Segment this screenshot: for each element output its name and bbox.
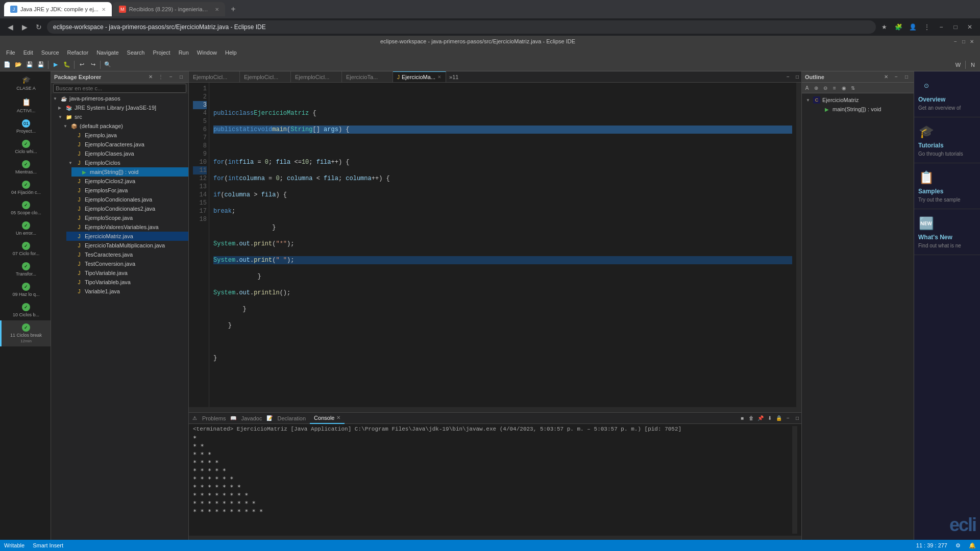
pe-ejerciciotabla[interactable]: J EjercicioTablaMultiplicacion.java bbox=[66, 241, 188, 250]
editor-tab-3[interactable]: EjemploCicl... bbox=[291, 71, 342, 83]
bookmark-icon[interactable]: ★ bbox=[878, 21, 890, 33]
tab-declaration[interactable]: Declaration bbox=[273, 413, 310, 424]
editor-maximize-btn[interactable]: □ bbox=[793, 73, 801, 81]
titlebar-maximize[interactable]: □ bbox=[960, 37, 968, 45]
welcome-item-tutorials[interactable]: 🎓 Tutorials Go through tutorials bbox=[914, 117, 980, 163]
search-icon-toolbar[interactable]: 🔍 bbox=[103, 60, 113, 70]
outline-maximize-btn[interactable]: □ bbox=[902, 73, 911, 81]
pe-tipovariableb[interactable]: J TipoVariableb.java bbox=[66, 278, 188, 287]
pe-default-pkg[interactable]: ▼ 📦 (default package) bbox=[61, 121, 188, 131]
outline-btn3[interactable]: ⊖ bbox=[821, 84, 829, 92]
tab-console-close[interactable]: ✕ bbox=[336, 415, 340, 420]
outline-close-btn[interactable]: ✕ bbox=[882, 73, 890, 81]
welcome-item-samples[interactable]: 📋 Samples Try out the sample bbox=[914, 163, 980, 209]
outline-main[interactable]: ▶ main(String[]) : void bbox=[814, 105, 912, 114]
tab2-close[interactable]: ✕ bbox=[215, 7, 219, 12]
bottom-minimize-btn[interactable]: − bbox=[784, 414, 792, 422]
pe-ejerciciomatriz[interactable]: J EjercicioMatriz.java bbox=[66, 232, 188, 241]
pe-search-input[interactable] bbox=[53, 84, 186, 93]
menu-navigate[interactable]: Navigate bbox=[92, 48, 122, 57]
code-content[interactable]: public class EjercicioMatriz { public st… bbox=[209, 83, 796, 407]
menu-run[interactable]: Run bbox=[175, 48, 193, 57]
menu-source[interactable]: Source bbox=[37, 48, 63, 57]
pe-maximize-btn[interactable]: □ bbox=[177, 73, 185, 81]
welcome-item-overview[interactable]: ⊙ Overview Get an overview of bbox=[914, 71, 980, 117]
editor-tab-2[interactable]: EjemploCicl... bbox=[240, 71, 291, 83]
outline-btn2[interactable]: ⊕ bbox=[812, 84, 820, 92]
pe-ejemplocaracteres[interactable]: J EjemploCaracteres.java bbox=[66, 140, 188, 149]
browser-tab-2[interactable]: M Recibidos (8.229) - ingenieria@gr... ✕ bbox=[113, 2, 225, 16]
pe-root[interactable]: ▼ ☕ java-primeros-pasos bbox=[51, 94, 188, 103]
editor-tab-overflow[interactable]: »11 bbox=[446, 74, 461, 80]
outline-btn5[interactable]: ◉ bbox=[840, 84, 848, 92]
console-clear-btn[interactable]: 🗑 bbox=[747, 414, 755, 422]
pe-main-method[interactable]: ▶ main(String[]) : void bbox=[71, 167, 188, 177]
tab1-close[interactable]: ✕ bbox=[102, 7, 106, 12]
status-notifications-icon[interactable]: 🔔 bbox=[969, 542, 976, 549]
et5-close[interactable]: ✕ bbox=[437, 74, 442, 80]
pe-minimize-btn[interactable]: − bbox=[167, 73, 175, 81]
pe-ejemplocondicionales[interactable]: J EjemploCondicionales.java bbox=[66, 195, 188, 204]
pe-variable1[interactable]: J Variable1.java bbox=[66, 287, 188, 296]
pe-jre[interactable]: ▶ 📚 JRE System Library [JavaSE-19] bbox=[56, 103, 188, 112]
profile-icon[interactable]: 👤 bbox=[906, 21, 919, 33]
editor-tab-4[interactable]: EjercicioTa... bbox=[342, 71, 393, 83]
pe-ejemplocondicionales2[interactable]: J EjemploCondicionales2.java bbox=[66, 204, 188, 213]
welcome-item-whats-new[interactable]: 🆕 What's New Find out what is ne bbox=[914, 209, 980, 255]
console-terminate-btn[interactable]: ■ bbox=[738, 414, 746, 422]
menu-icon[interactable]: ⋮ bbox=[921, 21, 933, 33]
new-tab-button[interactable]: + bbox=[226, 2, 240, 16]
console-pin-btn[interactable]: 📌 bbox=[756, 414, 765, 422]
tab-problems[interactable]: Problems bbox=[198, 413, 230, 424]
console-scrollbar-h[interactable] bbox=[189, 536, 801, 540]
activity-item-activi[interactable]: 📋 ACTIVI... bbox=[0, 94, 51, 116]
activity-item-2[interactable]: ✓ Ciclo whi... bbox=[0, 137, 51, 157]
toolbar-debug-btn[interactable]: 🐛 bbox=[62, 60, 72, 70]
bottom-maximize-btn[interactable]: □ bbox=[793, 414, 801, 422]
toolbar-perspective-btn[interactable]: W bbox=[953, 60, 963, 70]
pe-menu-btn[interactable]: ⋮ bbox=[157, 73, 165, 81]
activity-item-9[interactable]: ✓ 09 Haz lo q... bbox=[0, 280, 51, 300]
activity-item-6[interactable]: ✓ Un error... bbox=[0, 218, 51, 239]
toolbar-open-btn[interactable]: 📂 bbox=[13, 60, 23, 70]
pe-ejemplosfor[interactable]: J EjemplosFor.java bbox=[66, 186, 188, 195]
outline-btn4[interactable]: ≡ bbox=[830, 84, 839, 92]
pe-testconversion[interactable]: J TestConversion.java bbox=[66, 259, 188, 268]
menu-edit[interactable]: Edit bbox=[19, 48, 37, 57]
pe-src[interactable]: ▼ 📁 src bbox=[56, 112, 188, 121]
pe-ejemplociclos2[interactable]: J EjemploCiclos2.java bbox=[66, 177, 188, 186]
pe-ejemploscope[interactable]: J EjemploScope.java bbox=[66, 213, 188, 222]
pe-ejemplociclos[interactable]: ▼ J EjemploCiclos bbox=[66, 158, 188, 167]
menu-file[interactable]: File bbox=[2, 48, 19, 57]
toolbar-save-btn[interactable]: 💾 bbox=[24, 60, 35, 70]
address-bar[interactable] bbox=[47, 20, 876, 34]
toolbar-new-btn[interactable]: 📄 bbox=[2, 60, 12, 70]
menu-help[interactable]: Help bbox=[221, 48, 241, 57]
toolbar-perspectives-btn[interactable]: N bbox=[968, 60, 978, 70]
reload-button[interactable]: ↻ bbox=[33, 21, 45, 33]
status-settings-icon[interactable]: ⚙ bbox=[955, 542, 961, 549]
console-scroll-end-btn[interactable]: ⬇ bbox=[766, 414, 774, 422]
pe-tescaracteres[interactable]: J TesCaracteres.java bbox=[66, 250, 188, 259]
activity-item-4[interactable]: ✓ 04 Fijación c... bbox=[0, 178, 51, 198]
pe-close-btn[interactable]: ✕ bbox=[146, 73, 155, 81]
activity-item-7[interactable]: ✓ 07 Ciclo for... bbox=[0, 239, 51, 259]
editor-tab-5[interactable]: J EjercicioMa... ✕ bbox=[393, 71, 446, 83]
forward-button[interactable]: ▶ bbox=[18, 21, 31, 33]
activity-item-3[interactable]: ✓ Mientras... bbox=[0, 157, 51, 178]
minimize-icon[interactable]: − bbox=[935, 21, 947, 33]
console-scrollbar-v[interactable] bbox=[792, 426, 797, 534]
console-scroll-lock-btn[interactable]: 🔒 bbox=[775, 414, 783, 422]
pe-ejemplovalores[interactable]: J EjemploValoresVariables.java bbox=[66, 222, 188, 232]
pe-ejemplo[interactable]: J Ejemplo.java bbox=[66, 131, 188, 140]
outline-btn1[interactable]: A bbox=[803, 84, 811, 92]
outline-class[interactable]: ▼ C EjercicioMatriz bbox=[804, 95, 912, 105]
menu-refactor[interactable]: Refactor bbox=[63, 48, 93, 57]
activity-item-1[interactable]: 01 Proyect... bbox=[0, 116, 51, 137]
editor-tab-1[interactable]: EjemploCicl... bbox=[189, 71, 240, 83]
tab-console[interactable]: Console ✕ bbox=[310, 413, 345, 424]
titlebar-close[interactable]: ✕ bbox=[968, 37, 976, 45]
back-button[interactable]: ◀ bbox=[4, 21, 16, 33]
pe-tipovariable[interactable]: J TipoVariable.java bbox=[66, 268, 188, 278]
editor-scrollbar-v[interactable] bbox=[796, 83, 801, 407]
